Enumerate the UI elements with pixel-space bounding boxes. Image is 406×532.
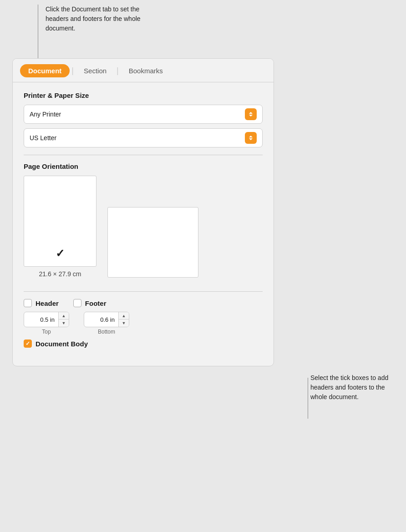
header-footer-section: Header Footer 0.5 in ▲ ▼ (24, 299, 263, 348)
landscape-option (107, 207, 198, 278)
header-stepper-up[interactable]: ▲ (59, 312, 69, 319)
tooltip-line-top (38, 5, 38, 64)
header-stepper-buttons: ▲ ▼ (58, 312, 69, 327)
divider-2 (24, 291, 263, 292)
portrait-option: ✓ 21.6 × 27.9 cm (24, 176, 96, 278)
body-label: Document Body (36, 340, 88, 348)
page-size-label: 21.6 × 27.9 cm (39, 270, 81, 278)
hf-checkbox-row: Header Footer (24, 299, 263, 307)
footer-input-col: 0.6 in ▲ ▼ Bottom (84, 312, 129, 335)
tab-divider-2: | (117, 66, 119, 76)
paper-dropdown[interactable]: US Letter (24, 128, 263, 147)
portrait-page[interactable]: ✓ (24, 176, 96, 267)
body-row: Document Body (24, 339, 263, 348)
body-checkbox[interactable] (24, 339, 32, 348)
portrait-checkmark: ✓ (56, 247, 65, 260)
hf-input-row: 0.5 in ▲ ▼ Top 0.6 in ▲ ▼ (24, 312, 263, 335)
tab-bar: Document | Section | Bookmarks (13, 59, 274, 82)
header-stepper[interactable]: 0.5 in ▲ ▼ (24, 312, 69, 327)
document-panel: Document | Section | Bookmarks Printer &… (12, 58, 274, 366)
svg-marker-2 (249, 136, 253, 137)
tab-divider-1: | (71, 66, 74, 76)
printer-section-title: Printer & Paper Size (24, 91, 263, 99)
right-tooltip: Select the tick boxes to add headers and… (310, 373, 397, 402)
orientation-section: Page Orientation ✓ 21.6 × 27.9 cm (24, 162, 263, 278)
footer-stepper[interactable]: 0.6 in ▲ ▼ (84, 312, 129, 327)
header-checkbox[interactable] (24, 299, 32, 307)
footer-sublabel: Bottom (98, 329, 115, 335)
tooltip-line-right (308, 378, 308, 419)
top-tooltip: Click the Document tab to set the header… (46, 5, 146, 33)
tab-document[interactable]: Document (20, 64, 70, 77)
paper-dropdown-value: US Letter (30, 134, 56, 142)
footer-item: Footer (73, 299, 107, 307)
panel-content: Printer & Paper Size Any Printer US Lett… (13, 82, 274, 357)
svg-marker-3 (249, 138, 253, 140)
svg-marker-1 (249, 115, 253, 117)
printer-dropdown[interactable]: Any Printer (24, 105, 263, 124)
header-input-value: 0.5 in (24, 314, 58, 325)
orientation-options: ✓ 21.6 × 27.9 cm (24, 176, 263, 278)
footer-input-value: 0.6 in (84, 314, 118, 325)
paper-dropdown-arrow (245, 132, 257, 144)
tab-bookmarks[interactable]: Bookmarks (121, 64, 171, 77)
footer-checkbox[interactable] (73, 299, 81, 307)
printer-dropdown-arrow (245, 108, 257, 120)
printer-dropdown-value: Any Printer (30, 111, 61, 118)
footer-stepper-buttons: ▲ ▼ (118, 312, 129, 327)
header-sublabel: Top (42, 329, 51, 335)
divider-1 (24, 155, 263, 155)
footer-stepper-up[interactable]: ▲ (119, 312, 129, 319)
footer-stepper-down[interactable]: ▼ (119, 319, 129, 327)
footer-label: Footer (85, 299, 107, 307)
svg-marker-0 (249, 112, 253, 114)
header-item: Header (24, 299, 59, 307)
header-input-col: 0.5 in ▲ ▼ Top (24, 312, 69, 335)
orientation-title: Page Orientation (24, 162, 263, 170)
tab-section[interactable]: Section (76, 64, 115, 77)
landscape-page[interactable] (107, 207, 198, 278)
header-stepper-down[interactable]: ▼ (59, 319, 69, 327)
header-label: Header (36, 299, 59, 307)
